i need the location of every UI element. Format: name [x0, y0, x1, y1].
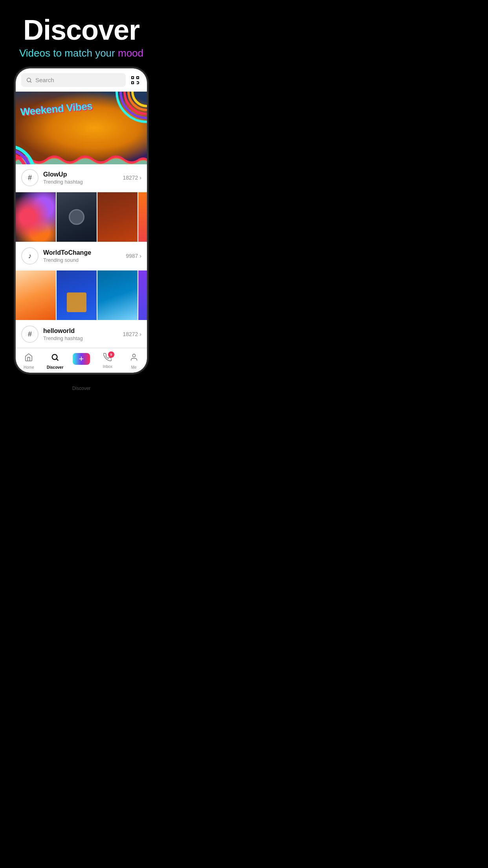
me-icon — [130, 353, 138, 364]
discover-icon — [51, 353, 59, 364]
bottom-nav: Home Discover + — [16, 348, 147, 373]
add-icon: + — [73, 353, 90, 365]
svg-point-10 — [132, 354, 135, 357]
nav-label-inbox: Inbox — [103, 364, 112, 369]
search-bar: Search — [16, 68, 147, 92]
trending-item-helloworld[interactable]: # helloworld Trending hashtag 18272 › — [16, 321, 147, 348]
banner-text: Weekend Vibes — [20, 100, 93, 118]
video-thumb-3[interactable] — [97, 192, 138, 242]
video-thumb-1[interactable] — [16, 192, 56, 242]
search-icon — [26, 77, 32, 83]
trending-count-worldtochange: 9987 › — [126, 253, 141, 259]
banner[interactable]: Weekend Vibes — [16, 92, 147, 164]
trending-label-helloworld: Trending hashtag — [43, 335, 123, 341]
nav-item-add[interactable]: + — [68, 351, 95, 371]
page-footer: Discover — [72, 386, 91, 399]
hashtag-icon-glowup: # — [21, 169, 39, 186]
subtitle-mood: mood — [118, 47, 143, 59]
trending-name-helloworld: helloworld — [43, 327, 123, 335]
search-placeholder: Search — [35, 77, 54, 83]
nav-item-me[interactable]: Me — [121, 351, 147, 371]
trending-count-helloworld: 18272 › — [123, 331, 141, 337]
header-section: Discover Videos to match your mood — [0, 0, 163, 67]
video-grid-glowup — [16, 191, 147, 243]
trending-item-worldtochange[interactable]: ♪ WorldToChange Trending sound 9987 › — [16, 243, 147, 270]
video-thumb-5[interactable] — [16, 270, 56, 320]
svg-rect-2 — [132, 77, 134, 79]
trending-count-glowup: 18272 › — [123, 175, 141, 181]
video-thumb-7[interactable] — [97, 270, 138, 320]
sound-icon-worldtochange: ♪ — [21, 247, 39, 265]
svg-point-0 — [27, 78, 31, 81]
trending-label-glowup: Trending hashtag — [43, 179, 123, 185]
video-grid-worldtochange — [16, 270, 147, 321]
phone-frame: Search — [15, 67, 148, 374]
rainbow-arcs-bottom-left — [16, 141, 47, 164]
page-title: Discover — [8, 16, 155, 44]
inbox-icon-wrap: 9 — [103, 353, 112, 363]
trending-info-worldtochange: WorldToChange Trending sound — [43, 249, 126, 263]
nav-item-inbox[interactable]: 9 Inbox — [94, 351, 121, 371]
nav-item-discover[interactable]: Discover — [42, 351, 68, 371]
subtitle-text: Videos to match your — [19, 47, 118, 59]
search-input-wrap[interactable]: Search — [21, 73, 126, 87]
page-subtitle: Videos to match your mood — [8, 47, 155, 59]
svg-line-1 — [30, 81, 31, 83]
nav-item-home[interactable]: Home — [16, 351, 42, 371]
trending-label-worldtochange: Trending sound — [43, 257, 126, 263]
rainbow-arcs-top-right — [108, 92, 147, 131]
phone-inner: Search — [16, 68, 147, 373]
trending-name-worldtochange: WorldToChange — [43, 249, 126, 256]
video-thumb-6[interactable] — [57, 270, 97, 320]
page-wrapper: Discover Videos to match your mood Searc… — [0, 0, 163, 399]
nav-label-home: Home — [24, 365, 34, 370]
inbox-badge: 9 — [108, 351, 114, 358]
svg-rect-4 — [132, 82, 134, 84]
home-icon — [24, 353, 33, 364]
video-thumb-2[interactable] — [57, 192, 97, 242]
nav-label-discover: Discover — [47, 365, 63, 370]
trending-name-glowup: GlowUp — [43, 171, 123, 178]
scan-icon[interactable] — [129, 74, 141, 86]
video-thumb-8[interactable] — [138, 270, 147, 320]
nav-label-me: Me — [131, 365, 137, 370]
trending-info-glowup: GlowUp Trending hashtag — [43, 171, 123, 185]
video-thumb-4[interactable] — [138, 192, 147, 242]
trending-item-glowup[interactable]: # GlowUp Trending hashtag 18272 › — [16, 164, 147, 191]
svg-point-8 — [52, 355, 57, 360]
hashtag-icon-helloworld: # — [21, 326, 39, 343]
svg-rect-3 — [137, 77, 139, 79]
svg-line-9 — [57, 359, 58, 360]
trending-info-helloworld: helloworld Trending hashtag — [43, 327, 123, 341]
banner-background: Weekend Vibes — [16, 92, 147, 164]
